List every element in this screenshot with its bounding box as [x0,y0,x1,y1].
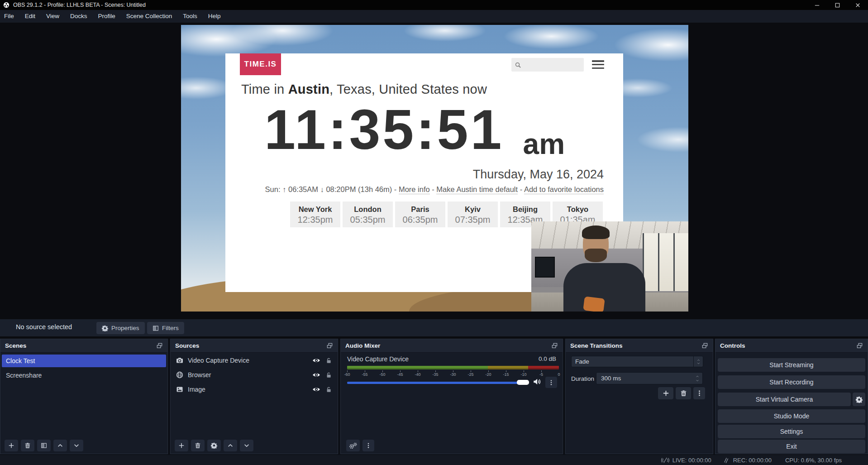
menu-bar: File Edit View Docks Profile Scene Colle… [0,10,868,23]
mixer-channel-menu-button[interactable] [545,377,557,388]
menu-file[interactable]: File [0,10,19,23]
menu-edit[interactable]: Edit [19,10,41,23]
add-transition-button[interactable] [658,387,673,399]
search-icon [515,62,521,68]
make-default-link: Make Austin time default [436,185,518,194]
start-virtual-camera-button[interactable]: Start Virtual Camera [718,393,851,406]
remove-transition-button[interactable] [676,387,691,399]
scene-item-screenshare[interactable]: Screenshare [2,369,166,382]
camera-icon [176,357,183,364]
timeis-sun-line: Sun: ↑ 06:35AM ↓ 08:20PM (13h 46m) - Mor… [265,185,604,194]
start-streaming-button[interactable]: Start Streaming [718,358,865,372]
mixer-channel-name: Video Capture Device [347,355,409,363]
move-scene-up-button[interactable] [53,440,67,451]
trash-icon [24,442,31,449]
filters-button[interactable]: Filters [147,322,184,334]
lock-icon[interactable] [325,357,332,364]
lock-icon[interactable] [325,386,332,393]
visibility-eye-icon[interactable] [312,371,320,379]
move-source-up-button[interactable] [224,440,237,451]
mixer-menu-button[interactable] [362,440,374,451]
timeis-clock: 11:35:51 am [264,99,565,157]
speaker-icon[interactable] [533,378,541,386]
settings-button[interactable]: Settings [718,425,865,438]
exit-button[interactable]: Exit [718,440,865,453]
timeis-logo: TIME.IS [240,53,281,75]
gear-icon [856,396,863,403]
scenes-toolbar [5,440,86,451]
chevron-up-icon [227,442,234,449]
properties-button[interactable]: Properties [96,322,145,334]
source-item-image[interactable]: Image [171,383,338,396]
city-tile: New York12:35pm [290,201,340,227]
meter-tick: 0 [558,372,560,377]
popout-icon[interactable] [701,342,708,349]
move-source-down-button[interactable] [240,440,253,451]
move-scene-down-button[interactable] [70,440,83,451]
visibility-eye-icon[interactable] [312,356,320,364]
menu-help[interactable]: Help [203,10,226,23]
menu-docks[interactable]: Docks [65,10,93,23]
menu-scene-collection[interactable]: Scene Collection [121,10,177,23]
person-head [583,227,609,261]
source-properties-button[interactable] [207,440,221,451]
program-canvas[interactable]: TIME.IS Time in Austin, Texas, United St… [181,25,688,312]
menu-profile[interactable]: Profile [93,10,121,23]
remove-scene-button[interactable] [21,440,34,451]
meter-tick: -15 [503,372,509,377]
chevron-down-icon [695,379,700,382]
plus-icon [663,390,669,397]
meter-tick: -10 [520,372,526,377]
gear-icon [102,325,108,331]
virtual-camera-config-button[interactable] [853,393,865,406]
source-item-video-capture[interactable]: Video Capture Device [171,354,338,367]
chevron-down-icon [243,442,250,449]
minimize-button[interactable] [807,0,827,10]
studio-mode-button[interactable]: Studio Mode [718,409,865,423]
more-info-link: More info [399,185,430,194]
trash-icon [195,442,201,449]
chevron-down-icon [696,362,701,365]
transition-menu-button[interactable] [693,387,705,399]
combo-spinner[interactable] [693,356,703,367]
controls-dock: Controls Start Streaming Start Recording… [715,339,868,454]
person-orange-item [583,296,605,312]
scene-filters-button[interactable] [37,440,51,451]
volume-meter [347,366,559,369]
lock-icon[interactable] [325,372,332,379]
popout-icon[interactable] [551,342,558,349]
popout-icon[interactable] [856,342,863,349]
office-window [643,233,688,291]
start-recording-button[interactable]: Start Recording [718,375,865,389]
source-item-browser[interactable]: Browser [171,368,338,382]
globe-icon [176,371,183,379]
cpu-fps-stats: CPU: 0.6%, 30.00 fps [785,457,842,464]
kebab-icon [696,390,703,397]
scene-item-clock-test[interactable]: Clock Test [2,355,166,367]
popout-icon[interactable] [326,342,333,349]
chevron-down-icon [73,442,80,449]
gear-icon [211,442,217,449]
meter-tick: -25 [467,372,473,377]
filter-icon [153,325,159,331]
add-source-button[interactable] [175,440,188,451]
duration-spinbox[interactable]: 300 ms [596,372,703,384]
volume-slider-handle[interactable] [517,380,529,385]
add-scene-button[interactable] [5,440,18,451]
transition-select[interactable]: Fade [571,356,703,367]
volume-slider[interactable] [347,382,529,384]
filter-icon [41,442,47,449]
chevron-up-icon [57,442,63,449]
close-button[interactable] [848,0,868,10]
remove-source-button[interactable] [191,440,205,451]
kebab-icon [365,442,372,449]
popout-icon[interactable] [156,342,163,349]
menu-tools[interactable]: Tools [177,10,203,23]
maximize-button[interactable] [827,0,848,10]
advanced-audio-button[interactable] [346,440,360,451]
visibility-eye-icon[interactable] [312,385,320,393]
audio-mixer-dock-header: Audio Mixer [341,339,563,353]
sources-dock-header: Sources [171,339,338,353]
spinbox-arrows[interactable] [692,375,702,382]
menu-view[interactable]: View [41,10,65,23]
